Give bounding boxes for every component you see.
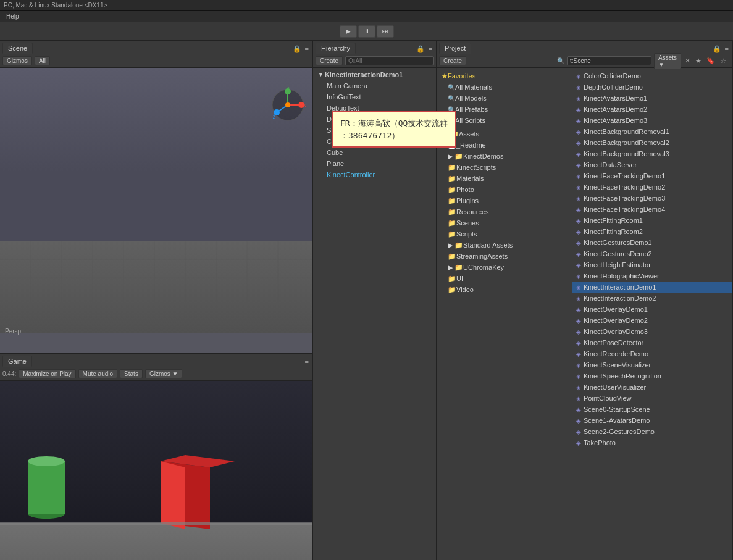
tree-item-11[interactable]: 📁 StreamingAssets xyxy=(437,251,572,262)
gizmos-game-button[interactable]: Gizmos ▼ xyxy=(145,369,183,378)
pause-button[interactable]: ⏸ xyxy=(358,25,375,38)
asset-item-13[interactable]: ◈KinectFittingRoom1 xyxy=(572,215,732,226)
asset-item-28[interactable]: ◈KinectUserVisualizer xyxy=(572,382,732,393)
project-clear-icon[interactable]: ✕ xyxy=(684,56,692,65)
tree-item-4[interactable]: 📁 Materials xyxy=(437,173,572,184)
gizmos-button[interactable]: Gizmos xyxy=(2,56,32,65)
asset-item-30[interactable]: ◈Scene0-StartupScene xyxy=(572,404,732,415)
game-tab[interactable]: Game xyxy=(2,356,32,367)
hierarchy-item-8[interactable]: KinectController xyxy=(313,169,436,180)
asset-item-12[interactable]: ◈KinectFaceTrackingDemo4 xyxy=(572,204,732,215)
hierarchy-item-0[interactable]: Main Camera xyxy=(313,80,436,91)
maximize-button[interactable]: Maximize on Play xyxy=(19,369,75,378)
assets-root[interactable]: ▼ 📁 Assets xyxy=(437,128,572,140)
tree-item-1[interactable]: 📄 _Readme xyxy=(437,140,572,151)
hierarchy-item-7[interactable]: Plane xyxy=(313,158,436,169)
tree-item-9[interactable]: 📁 Scripts xyxy=(437,228,572,240)
scene-panel-icons: 🔒 ≡ xyxy=(291,44,310,54)
asset-item-18[interactable]: ◈KinectHolographicViewer xyxy=(572,270,732,282)
fav-item-1[interactable]: 🔍 All Models xyxy=(437,93,572,104)
asset-icon-6: ◈ xyxy=(576,140,581,146)
hierarchy-tab[interactable]: Hierarchy xyxy=(316,43,356,54)
asset-item-33[interactable]: ◈TakePhoto xyxy=(572,437,732,448)
scene-tab[interactable]: Scene xyxy=(2,43,33,54)
hierarchy-item-6[interactable]: Cube xyxy=(313,147,436,158)
menu-help[interactable]: Help xyxy=(2,13,23,20)
project-toolbar: Create 🔍 Assets ▼ ✕ ★ 🔖 ☆ xyxy=(437,54,732,68)
project-tab[interactable]: Project xyxy=(439,43,471,54)
project-menu-icon[interactable]: ≡ xyxy=(724,45,730,54)
asset-item-21[interactable]: ◈KinectOverlayDemo1 xyxy=(572,304,732,315)
tree-item-5[interactable]: 📁 Photo xyxy=(437,184,572,195)
asset-label-22: KinectOverlayDemo2 xyxy=(584,317,648,324)
asset-item-20[interactable]: ◈KinectInteractionDemo2 xyxy=(572,293,732,304)
tree-icon-14: 📁 xyxy=(448,286,456,294)
asset-item-25[interactable]: ◈KinectRecorderDemo xyxy=(572,348,732,359)
play-button[interactable]: ▶ xyxy=(340,25,357,38)
fav-item-3[interactable]: 🔍 All Scripts xyxy=(437,115,572,126)
asset-item-0[interactable]: ◈ColorColliderDemo xyxy=(572,70,732,81)
asset-item-11[interactable]: ◈KinectFaceTrackingDemo3 xyxy=(572,193,732,204)
hierarchy-root[interactable]: ▼ KinectInteractionDemo1 xyxy=(313,69,436,80)
game-menu-icon[interactable]: ≡ xyxy=(304,358,310,367)
asset-item-5[interactable]: ◈KinectBackgroundRemoval1 xyxy=(572,126,732,137)
project-lock-icon[interactable]: 🔒 xyxy=(711,44,723,54)
hierarchy-lock-icon[interactable]: 🔒 xyxy=(415,44,426,54)
asset-item-9[interactable]: ◈KinectFaceTrackingDemo1 xyxy=(572,170,732,182)
asset-item-24[interactable]: ◈KinectPoseDetector xyxy=(572,337,732,348)
favorites-header[interactable]: ★ Favorites xyxy=(437,70,572,81)
asset-item-19[interactable]: ◈KinectInteractionDemo1 xyxy=(572,282,732,293)
assets-filter[interactable]: Assets ▼ xyxy=(654,53,681,69)
hierarchy-create-button[interactable]: Create xyxy=(316,56,343,65)
asset-item-17[interactable]: ◈KinectHeightEstimator xyxy=(572,259,732,270)
hierarchy-search[interactable] xyxy=(345,56,434,65)
project-bookmark-icon[interactable]: 🔖 xyxy=(705,56,716,65)
scene-lock-icon[interactable]: 🔒 xyxy=(291,44,303,54)
tree-item-8[interactable]: 📁 Scenes xyxy=(437,217,572,228)
asset-item-8[interactable]: ◈KinectDataServer xyxy=(572,159,732,170)
asset-item-23[interactable]: ◈KinectOverlayDemo3 xyxy=(572,326,732,337)
stats-button[interactable]: Stats xyxy=(120,369,143,378)
tree-item-10[interactable]: ▶ 📁 Standard Assets xyxy=(437,240,572,251)
project-create-button[interactable]: Create xyxy=(439,56,466,65)
asset-item-10[interactable]: ◈KinectFaceTrackingDemo2 xyxy=(572,182,732,193)
hierarchy-item-1[interactable]: InfoGuiText xyxy=(313,91,436,102)
asset-item-1[interactable]: ◈DepthColliderDemo xyxy=(572,81,732,93)
fav-item-0[interactable]: 🔍 All Materials xyxy=(437,81,572,93)
tree-item-13[interactable]: 📁 UI xyxy=(437,273,572,284)
all-tag-button[interactable]: All xyxy=(35,56,50,65)
asset-item-15[interactable]: ◈KinectGesturesDemo1 xyxy=(572,237,732,248)
mute-button[interactable]: Mute audio xyxy=(78,369,117,378)
asset-item-6[interactable]: ◈KinectBackgroundRemoval2 xyxy=(572,137,732,148)
tree-item-3[interactable]: 📁 KinectScripts xyxy=(437,162,572,173)
asset-item-3[interactable]: ◈KinectAvatarsDemo2 xyxy=(572,104,732,115)
tree-item-6[interactable]: 📁 Plugins xyxy=(437,195,572,206)
asset-item-27[interactable]: ◈KinectSpeechRecognition xyxy=(572,370,732,382)
fav-item-2[interactable]: 🔍 All Prefabs xyxy=(437,104,572,115)
asset-item-4[interactable]: ◈KinectAvatarsDemo3 xyxy=(572,115,732,126)
hierarchy-menu-icon[interactable]: ≡ xyxy=(427,45,434,54)
asset-label-10: KinectFaceTrackingDemo2 xyxy=(584,183,665,191)
project-search[interactable] xyxy=(567,56,651,65)
asset-item-22[interactable]: ◈KinectOverlayDemo2 xyxy=(572,315,732,326)
project-fav-icon[interactable]: ☆ xyxy=(719,56,727,65)
asset-item-32[interactable]: ◈Scene2-GesturesDemo xyxy=(572,426,732,437)
overlay-box: FR：海涛高软（QQ技术交流群 ：386476712） xyxy=(332,111,456,148)
scene-menu-icon[interactable]: ≡ xyxy=(304,45,310,54)
hierarchy-item-label-0: Main Camera xyxy=(327,82,367,90)
asset-item-7[interactable]: ◈KinectBackgroundRemoval3 xyxy=(572,148,732,159)
next-button[interactable]: ⏭ xyxy=(377,25,394,38)
asset-item-26[interactable]: ◈KinectSceneVisualizer xyxy=(572,359,732,370)
project-star-icon[interactable]: ★ xyxy=(694,56,703,65)
svg-rect-34 xyxy=(0,522,312,525)
tree-item-12[interactable]: ▶ 📁 UChromaKey xyxy=(437,262,572,273)
tree-item-7[interactable]: 📁 Resources xyxy=(437,206,572,217)
asset-item-14[interactable]: ◈KinectFittingRoom2 xyxy=(572,226,732,237)
asset-item-29[interactable]: ◈PointCloudView xyxy=(572,393,732,404)
asset-item-31[interactable]: ◈Scene1-AvatarsDemo xyxy=(572,415,732,426)
tree-item-2[interactable]: ▶ 📁 KinectDemos xyxy=(437,151,572,162)
tree-item-14[interactable]: 📁 Video xyxy=(437,284,572,295)
asset-item-2[interactable]: ◈KinectAvatarsDemo1 xyxy=(572,93,732,104)
asset-item-16[interactable]: ◈KinectGesturesDemo2 xyxy=(572,248,732,259)
title-text: PC, Mac & Linux Standalone <DX11> xyxy=(4,2,107,9)
